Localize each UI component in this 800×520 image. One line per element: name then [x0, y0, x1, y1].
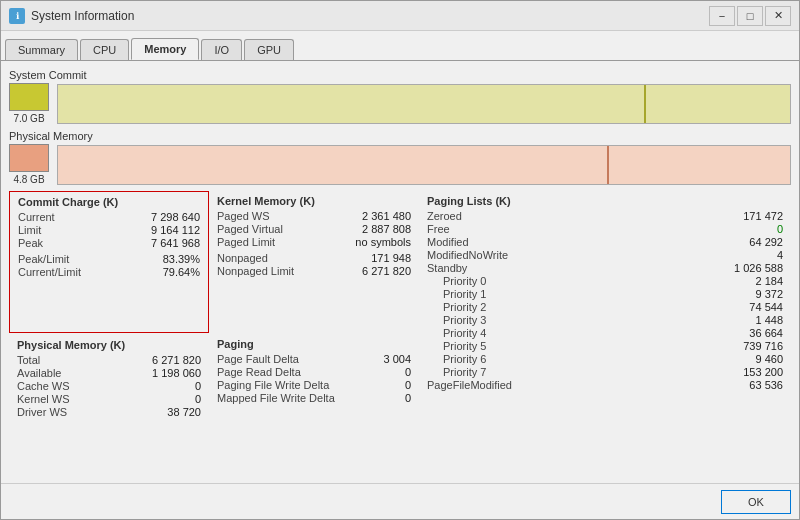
paging-priority7-value: 153 200	[743, 366, 783, 378]
paging-modified-label: Modified	[427, 236, 469, 248]
phys-cache-value: 0	[195, 380, 201, 392]
kernel-paged-virt-row: Paged Virtual 2 887 808	[217, 223, 411, 235]
commit-limit-row: Limit 9 164 112	[18, 224, 200, 236]
kernel-paged-limit-row: Paged Limit no symbols	[217, 236, 411, 248]
commit-peak-limit-label: Peak/Limit	[18, 253, 69, 265]
paging-priority4-value: 36 664	[749, 327, 783, 339]
minimize-button[interactable]: −	[709, 6, 735, 26]
physical-memory-swatch-container: 4.8 GB	[9, 144, 49, 185]
paging-zeroed-row: Zeroed 171 472	[427, 210, 783, 222]
paging-priority5-value: 739 716	[743, 340, 783, 352]
paging-priority6-row: Priority 6 9 460	[427, 353, 783, 365]
paging-zeroed-label: Zeroed	[427, 210, 462, 222]
kernel-nonpaged-value: 171 948	[371, 252, 411, 264]
paging-priority5-row: Priority 5 739 716	[427, 340, 783, 352]
paging-modified-no-write-value: 4	[777, 249, 783, 261]
commit-current-label: Current	[18, 211, 55, 223]
tab-gpu[interactable]: GPU	[244, 39, 294, 60]
phys-cache-label: Cache WS	[17, 380, 70, 392]
app-icon: ℹ	[9, 8, 25, 24]
commit-current-limit-label: Current/Limit	[18, 266, 81, 278]
kernel-nonpaged-limit-label: Nonpaged Limit	[217, 265, 294, 277]
tab-summary[interactable]: Summary	[5, 39, 78, 60]
paging-priority3-row: Priority 3 1 448	[427, 314, 783, 326]
paging-priority0-label: Priority 0	[427, 275, 486, 287]
paging-fault-row: Page Fault Delta 3 004	[217, 353, 411, 365]
paging-priority6-label: Priority 6	[427, 353, 486, 365]
paging-priority5-label: Priority 5	[427, 340, 486, 352]
paging-mapped-write-row: Mapped File Write Delta 0	[217, 392, 411, 404]
window-title: System Information	[31, 9, 709, 23]
commit-peak-label: Peak	[18, 237, 43, 249]
kernel-paged-ws-value: 2 361 480	[362, 210, 411, 222]
paging-lists-panel: Paging Lists (K) Zeroed 171 472 Free 0 M…	[419, 191, 791, 475]
paging-priority0-value: 2 184	[755, 275, 783, 287]
phys-driver-value: 38 720	[167, 406, 201, 418]
paging-mapped-write-value: 0	[405, 392, 411, 404]
window-controls: − □ ✕	[709, 6, 791, 26]
paging-file-write-value: 0	[405, 379, 411, 391]
system-commit-section: System Commit 7.0 GB	[9, 69, 791, 124]
maximize-button[interactable]: □	[737, 6, 763, 26]
paging-free-label: Free	[427, 223, 450, 235]
phys-kernel-value: 0	[195, 393, 201, 405]
kernel-paged-limit-label: Paged Limit	[217, 236, 275, 248]
phys-available-label: Available	[17, 367, 61, 379]
paging-priority2-row: Priority 2 74 544	[427, 301, 783, 313]
phys-kernel-row: Kernel WS 0	[17, 393, 201, 405]
paging-fault-label: Page Fault Delta	[217, 353, 299, 365]
paging-standby-label: Standby	[427, 262, 467, 274]
paging-free-row: Free 0	[427, 223, 783, 235]
physical-memory-value: 4.8 GB	[13, 174, 44, 185]
paging-read-label: Page Read Delta	[217, 366, 301, 378]
kernel-nonpaged-limit-row: Nonpaged Limit 6 271 820	[217, 265, 411, 277]
phys-total-label: Total	[17, 354, 40, 366]
commit-current-row: Current 7 298 640	[18, 211, 200, 223]
commit-limit-label: Limit	[18, 224, 41, 236]
commit-peak-value: 7 641 968	[151, 237, 200, 249]
physical-memory-bar	[57, 145, 791, 185]
paging-modified-value: 64 292	[749, 236, 783, 248]
tab-memory[interactable]: Memory	[131, 38, 199, 60]
commit-peak-limit-row: Peak/Limit 83.39%	[18, 253, 200, 265]
commit-peak-row: Peak 7 641 968	[18, 237, 200, 249]
paging-priority7-row: Priority 7 153 200	[427, 366, 783, 378]
paging-priority7-label: Priority 7	[427, 366, 486, 378]
system-commit-bar	[57, 84, 791, 124]
main-window: ℹ System Information − □ ✕ Summary CPU M…	[0, 0, 800, 520]
kernel-memory-panel: Kernel Memory (K) Paged WS 2 361 480 Pag…	[209, 191, 419, 332]
paging-priority1-label: Priority 1	[427, 288, 486, 300]
paging-modified-row: Modified 64 292	[427, 236, 783, 248]
physical-memory-title: Physical Memory (K)	[17, 339, 201, 351]
paging-standby-value: 1 026 588	[734, 262, 783, 274]
paging-pagefile-modified-row: PageFileModified 63 536	[427, 379, 783, 391]
paging-free-value: 0	[777, 223, 783, 235]
commit-charge-title: Commit Charge (K)	[18, 196, 200, 208]
paging-priority2-value: 74 544	[749, 301, 783, 313]
commit-current-limit-row: Current/Limit 79.64%	[18, 266, 200, 278]
paging-priority2-label: Priority 2	[427, 301, 486, 313]
kernel-nonpaged-label: Nonpaged	[217, 252, 268, 264]
kernel-nonpaged-limit-value: 6 271 820	[362, 265, 411, 277]
paging-lists-title: Paging Lists (K)	[427, 195, 783, 207]
paging-priority3-value: 1 448	[755, 314, 783, 326]
close-button[interactable]: ✕	[765, 6, 791, 26]
physical-memory-line	[607, 146, 609, 184]
commit-limit-value: 9 164 112	[151, 224, 200, 236]
bottom-bar: OK	[1, 483, 799, 519]
commit-peak-limit-value: 83.39%	[163, 253, 200, 265]
physical-memory-fill	[58, 146, 790, 184]
paging-priority3-label: Priority 3	[427, 314, 486, 326]
paging-modified-no-write-label: ModifiedNoWrite	[427, 249, 508, 261]
physical-memory-swatch	[9, 144, 49, 172]
commit-current-value: 7 298 640	[151, 211, 200, 223]
paging-file-write-label: Paging File Write Delta	[217, 379, 329, 391]
left-column: Commit Charge (K) Current 7 298 640 Limi…	[9, 191, 209, 475]
ok-button[interactable]: OK	[721, 490, 791, 514]
paging-pagefile-modified-value: 63 536	[749, 379, 783, 391]
phys-total-value: 6 271 820	[152, 354, 201, 366]
tab-cpu[interactable]: CPU	[80, 39, 129, 60]
paging-read-value: 0	[405, 366, 411, 378]
commit-current-limit-value: 79.64%	[163, 266, 200, 278]
tab-io[interactable]: I/O	[201, 39, 242, 60]
